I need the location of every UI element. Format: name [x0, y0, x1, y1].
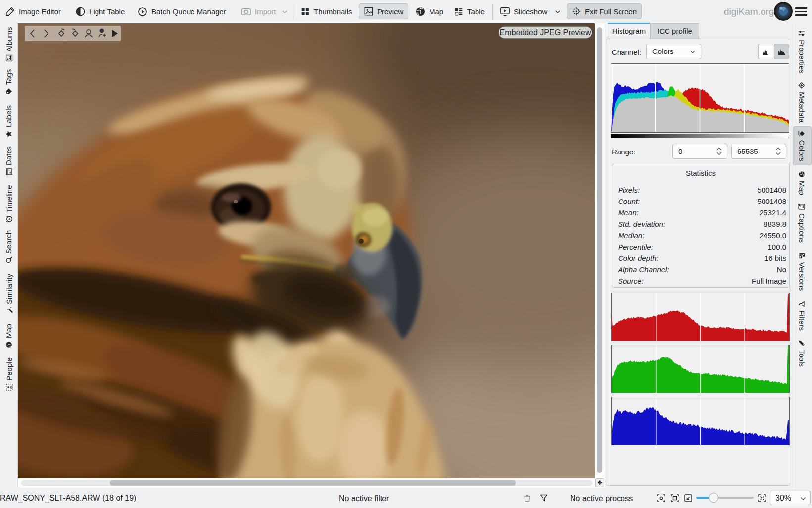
svg-text:Embedded JPEG Preview: Embedded JPEG Preview	[500, 28, 591, 37]
